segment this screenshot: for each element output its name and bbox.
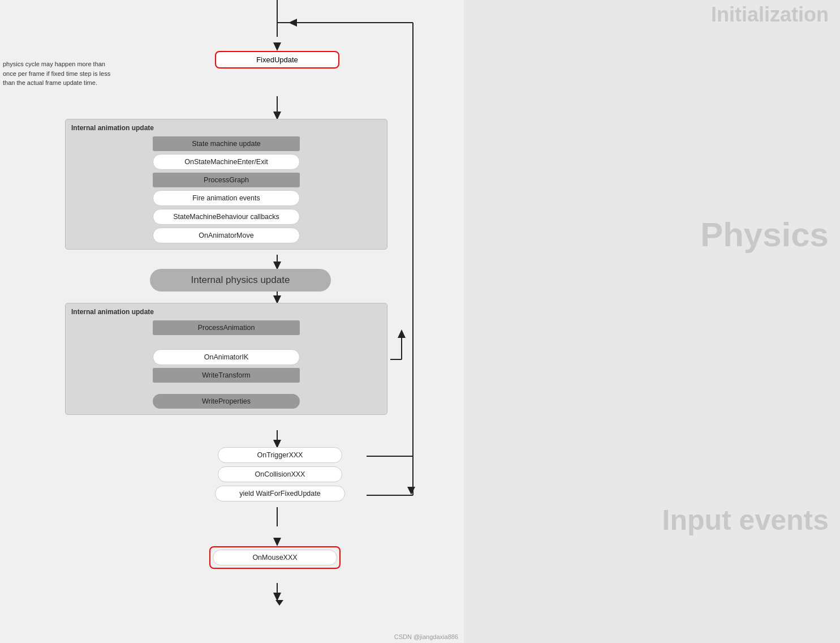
process-graph-node: ProcessGraph — [153, 173, 300, 187]
on-mouse-xxx-node: OnMouseXXX — [209, 546, 341, 569]
right-physics-label: Physics — [700, 215, 829, 254]
write-transform-node: WriteTransform — [153, 368, 300, 383]
svg-marker-22 — [273, 538, 281, 546]
bottom-arrow — [275, 600, 283, 606]
internal-animation-update-1: Internal animation update State machine … — [65, 119, 387, 250]
on-animator-ik-node: OnAnimatorIK — [153, 349, 300, 365]
on-collision-xxx-node: OnCollisionXXX — [218, 466, 342, 482]
svg-marker-21 — [407, 487, 415, 495]
right-input-label: Input events — [662, 504, 829, 537]
trigger-collision-nodes: OnTriggerXXX OnCollisionXXX yield WaitFo… — [215, 447, 345, 501]
svg-marker-4 — [288, 19, 297, 27]
internal-animation-update-2: Internal animation update ProcessAnimati… — [65, 303, 387, 415]
internal-physics-update-node: Internal physics update — [136, 269, 345, 292]
side-note: physics cycle may happen more than once … — [3, 59, 113, 88]
state-machine-behaviour-callbacks-node: StateMachineBehaviour callbacks — [153, 209, 300, 225]
fixed-update-node: FixedUpdate — [215, 51, 339, 68]
fire-animation-events-node: Fire animation events — [153, 190, 300, 206]
on-state-machine-enter-exit-node: OnStateMachineEnter/Exit — [153, 154, 300, 170]
write-properties-node: WriteProperties — [153, 394, 300, 409]
right-init-label: Initialization — [711, 3, 829, 27]
yield-wait-for-fixed-update-node: yield WaitForFixedUpdate — [215, 486, 345, 501]
svg-marker-13 — [398, 329, 406, 338]
state-machine-update-node: State machine update — [153, 136, 300, 151]
svg-marker-1 — [273, 42, 281, 51]
process-animation-node: ProcessAnimation — [153, 320, 300, 335]
csdn-credit: CSDN @jiangdaxia886 — [394, 633, 458, 640]
section2-label: Internal animation update — [71, 308, 381, 316]
on-animator-move-node: OnAnimatorMove — [153, 228, 300, 243]
section1-label: Internal animation update — [71, 124, 381, 132]
on-trigger-xxx-node: OnTriggerXXX — [218, 447, 342, 463]
